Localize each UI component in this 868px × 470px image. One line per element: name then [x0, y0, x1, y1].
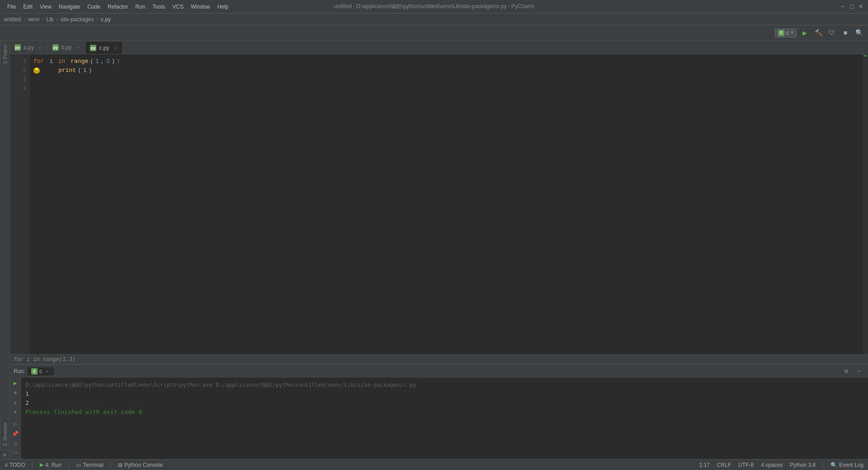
run-scroll-down[interactable]: ▼	[11, 409, 20, 417]
event-log-button[interactable]: 🔍 Event Log	[829, 460, 865, 470]
run-config-selector[interactable]: c c ▼	[775, 28, 797, 38]
indent-size-text: 4 spaces	[761, 462, 783, 468]
editor-area: py a.py × py b.py × py c.py × 1 2 3 4	[10, 41, 868, 459]
maximize-button[interactable]: □	[848, 3, 855, 10]
toolbar-right: c c ▼ ▶ 🔨 🛡 ■ 🔍	[775, 28, 864, 38]
run-wrap-button[interactable]: ⇄	[11, 420, 20, 428]
stop-button[interactable]: ■	[840, 28, 851, 38]
run-stop-button[interactable]: ■	[11, 389, 20, 398]
event-log-icon: 🔍	[830, 462, 837, 468]
line-num-1: 1	[10, 57, 30, 66]
breadcrumb-untitled[interactable]: untitled	[4, 16, 21, 23]
run-settings-button[interactable]: ⚙	[841, 366, 852, 377]
run-header-right: ⚙ −	[841, 366, 864, 377]
breadcrumb: untitled › venv › Lib › site-packages › …	[0, 14, 868, 25]
python-version[interactable]: Python 3.6	[788, 460, 817, 470]
terminal-button[interactable]: ▭ Terminal	[74, 460, 105, 470]
charset-text: UTF-8	[738, 462, 754, 468]
editor-gutter	[863, 54, 868, 354]
run-play-button[interactable]: ▶	[11, 380, 20, 388]
tab-cpy-label: c.py	[99, 45, 109, 51]
menu-refactor[interactable]: Refactor	[104, 3, 132, 11]
func-print: print	[58, 66, 76, 75]
build-button[interactable]: 🔨	[813, 28, 824, 38]
code-editor[interactable]: 1 2 3 4 for i in range(1,3): 💡 print(i)	[10, 54, 868, 354]
status-bar: ≡ TODO | ▶ 4: Run | ▭ Terminal | ⊞ Pytho…	[0, 459, 868, 470]
structure-panel-label[interactable]: 2: Structure	[0, 418, 9, 450]
hint-bulb-icon: 💡	[33, 67, 40, 74]
run-more-button[interactable]: >>	[11, 450, 20, 458]
paren-print-close: )	[89, 66, 92, 75]
run-button[interactable]: ▶	[799, 28, 810, 38]
tab-apy-icon: py	[14, 44, 21, 51]
menu-vcs[interactable]: VCS	[169, 3, 187, 11]
run-output-1: 1	[25, 389, 863, 399]
editor-tab-bar: py a.py × py b.py × py c.py ×	[10, 41, 868, 54]
colon: :	[117, 57, 120, 66]
coverage-button[interactable]: 🛡	[826, 28, 837, 38]
breadcrumb-venv[interactable]: venv	[28, 16, 39, 23]
indent-spaces	[42, 66, 57, 75]
keyword-for: for	[33, 57, 44, 66]
terminal-icon: ▭	[76, 462, 81, 468]
run-tab-close[interactable]: ×	[44, 368, 50, 375]
breadcrumb-sep-3: ›	[55, 16, 58, 23]
menu-help[interactable]: Help	[214, 3, 232, 11]
todo-button[interactable]: ≡ TODO	[3, 460, 27, 470]
tab-apy[interactable]: py a.py ×	[10, 41, 48, 54]
run-icon: ▶	[802, 28, 807, 38]
run-panel-close-button[interactable]: −	[854, 366, 864, 377]
tab-cpy-close[interactable]: ×	[112, 45, 118, 51]
run-pin-button[interactable]: 📌	[11, 430, 20, 438]
code-content[interactable]: for i in range(1,3): 💡 print(i)	[30, 54, 863, 354]
python-console-icon: ⊞	[118, 462, 123, 468]
charset[interactable]: UTF-8	[736, 460, 755, 470]
close-button[interactable]: ×	[857, 3, 864, 10]
menu-run[interactable]: Run	[132, 3, 149, 11]
menu-edit[interactable]: Edit	[19, 3, 36, 11]
menu-code[interactable]: Code	[84, 3, 104, 11]
menu-view[interactable]: View	[36, 3, 55, 11]
cursor-position[interactable]: 1:17	[697, 460, 711, 470]
tab-bpy[interactable]: py b.py ×	[48, 41, 86, 54]
run-panel: Run: c c × ⚙ −	[10, 364, 868, 459]
run-scroll-up[interactable]: ▲	[11, 399, 20, 407]
paren-open: (	[90, 57, 94, 66]
run-tab-icon: c	[31, 368, 38, 375]
var-i-arg: i	[83, 66, 87, 75]
menu-tools[interactable]: Tools	[149, 3, 169, 11]
project-panel-label[interactable]: 1: Project	[0, 41, 9, 67]
breadcrumb-site-packages[interactable]: site-packages	[61, 16, 94, 23]
breadcrumb-lib[interactable]: Lib	[46, 16, 53, 23]
status-sep-1: |	[30, 461, 34, 469]
run-status-button[interactable]: ▶ 4: Run	[38, 460, 63, 470]
run-panel-close-icon: −	[857, 368, 861, 375]
python-console-button[interactable]: ⊞ Python Console	[116, 460, 165, 470]
menu-file[interactable]: File	[4, 3, 19, 11]
title-bar: File Edit View Navigate Code Refactor Ru…	[0, 0, 868, 14]
search-everywhere-button[interactable]: 🔍	[854, 28, 864, 38]
run-cmd-line: D:\applicance\编程\python\untitled\venv\Sc…	[25, 380, 863, 389]
run-output-process: Process finished with exit code 0	[25, 408, 863, 417]
line-ending[interactable]: CRLF	[715, 460, 733, 470]
run-tab-c[interactable]: c c ×	[28, 367, 54, 375]
stop-icon: ■	[844, 29, 847, 37]
line-num-2: 2	[10, 66, 30, 75]
tab-bpy-close[interactable]: ×	[74, 44, 80, 51]
breadcrumb-file[interactable]: c.py	[101, 16, 111, 23]
panel-toggle[interactable]: ⚙	[3, 452, 6, 458]
run-print-button[interactable]: 🖨	[11, 440, 20, 448]
paren-print-open: (	[78, 66, 81, 75]
toolbar: c c ▼ ▶ 🔨 🛡 ■ 🔍	[0, 25, 868, 41]
indent-size[interactable]: 4 spaces	[759, 460, 784, 470]
menu-navigate[interactable]: Navigate	[55, 3, 84, 11]
python-console-label: Python Console	[124, 462, 163, 468]
tab-cpy[interactable]: py c.py ×	[85, 41, 123, 54]
status-sep-2: |	[67, 461, 71, 469]
minimize-button[interactable]: −	[839, 3, 846, 10]
line-ending-text: CRLF	[717, 462, 731, 468]
run-label: Run:	[14, 368, 25, 375]
run-output-2: 2	[25, 399, 863, 408]
tab-apy-close[interactable]: ×	[37, 44, 43, 51]
menu-window[interactable]: Window	[187, 3, 214, 11]
